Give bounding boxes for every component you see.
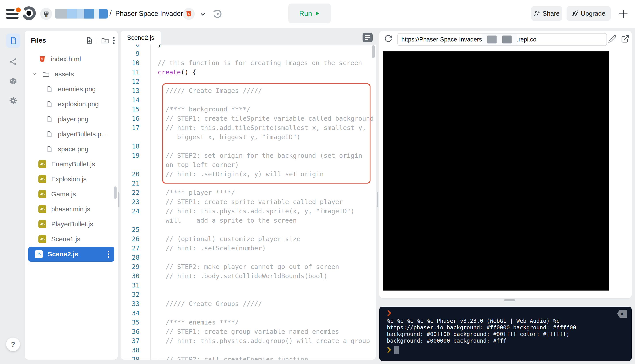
format-code-button[interactable]: [363, 33, 373, 42]
folder-row-assets[interactable]: assets: [25, 66, 118, 82]
top-bar: / Phaser Space Invaders 5 Run Share: [0, 0, 635, 28]
file-generic-icon: [46, 100, 53, 108]
code-line: 11create() {: [121, 68, 376, 77]
file-label: space.png: [58, 146, 88, 153]
file-row-game-js[interactable]: JS Game.js: [25, 187, 118, 202]
gear-icon: [9, 96, 18, 105]
breadcrumb-separator: /: [110, 9, 112, 18]
code-line: 13///// Create Images /////: [121, 86, 376, 95]
play-icon: [315, 11, 320, 16]
file-row-index-html[interactable]: 5 index.html: [25, 52, 118, 66]
file-tree: 5 index.html assets enemies.png explosio…: [25, 52, 118, 262]
console-log-line: https://phaser.io background: #ff0000 ba…: [387, 324, 576, 331]
js-file-icon: JS: [39, 235, 46, 243]
code-line-wrap: biggest x, biggest y, "imageID"): [121, 132, 376, 142]
file-row-phaser-min-js[interactable]: JS phaser.min.js: [25, 202, 118, 217]
editor-scrollbar[interactable]: [372, 45, 375, 58]
code-line: 30// hint: .body.setCollideWorldBounds(b…: [121, 271, 376, 280]
console-log-line: background: #000000 background: #fff: [387, 338, 576, 344]
code-line: 33///// Create Groups /////: [121, 299, 376, 308]
file-row-space-png[interactable]: space.png: [25, 142, 118, 157]
file-label: Scene1.js: [51, 236, 80, 243]
edit-url-pencil-icon[interactable]: [608, 35, 616, 43]
file-label: index.html: [51, 55, 81, 63]
svg-text:5: 5: [41, 57, 43, 61]
clear-console-icon[interactable]: x: [617, 310, 627, 318]
rocket-icon: [572, 10, 578, 17]
replit-logo-icon[interactable]: [22, 6, 36, 20]
js-file-icon: JS: [35, 250, 43, 258]
file-row-explosion-js[interactable]: JS Explosion.js: [25, 172, 118, 187]
file-generic-icon: [46, 146, 53, 153]
files-menu-kebab-icon[interactable]: [113, 37, 115, 44]
code-line: 21: [121, 179, 376, 188]
console-cursor: [394, 346, 399, 354]
run-label: Run: [299, 10, 312, 18]
file-row-playerbullet-js[interactable]: JS PlayerBullet.js: [25, 217, 118, 232]
file-row-enemies-png[interactable]: enemies.png: [25, 82, 118, 97]
folder-label: assets: [55, 70, 74, 78]
file-label: player.png: [58, 116, 88, 123]
file-row-scene2-js-selected[interactable]: JS Scene2.js: [28, 247, 114, 262]
js-file-icon: JS: [39, 220, 46, 228]
code-line: 22/**** player ****/: [121, 188, 376, 197]
file-kebab-icon[interactable]: [108, 251, 109, 258]
history-icon[interactable]: [211, 8, 223, 20]
sidebar-item-version-control[interactable]: [6, 55, 20, 69]
file-label: Explosion.js: [51, 176, 87, 183]
file-generic-icon: [46, 116, 53, 123]
code-line: 39// STEP2: call createEnemies function: [121, 355, 376, 360]
code-line: 17// hint: this.add.tileSprite(smallest …: [121, 123, 376, 132]
add-folder-icon[interactable]: [101, 36, 109, 44]
code-line: 10// this function is for creating image…: [121, 58, 376, 68]
file-label: PlayerBullet.js: [51, 220, 93, 228]
sidebar-item-settings[interactable]: [6, 94, 20, 108]
add-file-icon[interactable]: [86, 36, 93, 44]
file-generic-icon: [46, 86, 53, 93]
chevron-down-icon[interactable]: [199, 10, 207, 18]
sidebar-item-files[interactable]: [6, 34, 20, 48]
code-editor[interactable]: 8} 9 10// this function is for creating …: [121, 44, 376, 360]
share-nodes-icon: [9, 58, 18, 66]
person-plus-icon: [534, 10, 540, 17]
upgrade-button[interactable]: Upgrade: [566, 6, 611, 21]
file-label: playerBullets.p...: [58, 130, 107, 138]
code-line: 28: [121, 253, 376, 262]
question-mark-icon: ?: [11, 340, 15, 348]
file-row-scene1-js[interactable]: JS Scene1.js: [25, 232, 118, 247]
sidebar-item-packages[interactable]: [6, 74, 20, 88]
code-line-wrap: will add a sprite to the screen: [121, 216, 376, 225]
project-title[interactable]: Phaser Space Invaders: [115, 10, 186, 18]
preview-console-resize-handle[interactable]: [504, 299, 515, 301]
game-canvas[interactable]: [383, 52, 609, 290]
svg-text:5: 5: [188, 12, 190, 16]
code-line: 32: [121, 290, 376, 299]
cube-icon: [9, 77, 18, 85]
console-input-row[interactable]: [387, 346, 399, 354]
files-scrollbar[interactable]: [114, 186, 117, 199]
file-row-playerbullets-png[interactable]: playerBullets.p...: [25, 127, 118, 142]
new-tab-plus-icon[interactable]: [618, 8, 629, 20]
user-avatar[interactable]: [40, 8, 52, 20]
console-log-line: background: #00ff00 background: #00ffff …: [387, 331, 576, 338]
file-row-explosion-png[interactable]: explosion.png: [25, 97, 118, 112]
console-panel[interactable]: x %c %c %c %c %c Phaser v3.23.0 (WebGL |…: [379, 307, 632, 361]
url-input[interactable]: https://Phaser-Space-Invaders .repl.co: [397, 33, 607, 46]
refresh-icon[interactable]: [384, 34, 393, 44]
tab-scene2-js[interactable]: Scene2.js: [121, 31, 161, 44]
file-row-player-png[interactable]: player.png: [25, 112, 118, 127]
files-editor-resize-handle[interactable]: [118, 192, 119, 207]
code-line: 34: [121, 308, 376, 318]
help-button[interactable]: ?: [6, 338, 20, 351]
editor-panel: Scene2.js 8} 9 10// this function is for…: [121, 31, 376, 360]
editor-preview-resize-handle[interactable]: [377, 192, 378, 207]
file-label: Scene2.js: [48, 250, 103, 258]
share-button[interactable]: Share: [531, 6, 562, 21]
run-button[interactable]: Run: [288, 4, 331, 24]
file-row-enemybullet-js[interactable]: JS EnemyBullet.js: [25, 157, 118, 172]
hamburger-menu-icon[interactable]: [6, 9, 19, 19]
code-line: 15/**** background ****/: [121, 104, 376, 114]
file-label: phaser.min.js: [51, 206, 90, 213]
open-external-icon[interactable]: [621, 34, 630, 43]
tab-label: Scene2.js: [127, 34, 154, 41]
